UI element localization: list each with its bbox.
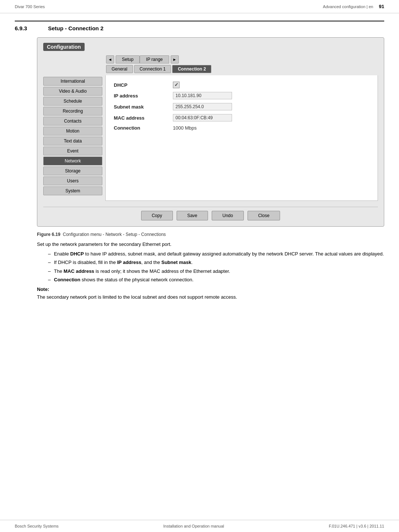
- tab-ip-range[interactable]: IP range: [140, 55, 169, 64]
- dhcp-checkbox[interactable]: [173, 82, 180, 88]
- mac-address-value: 00:04:63:0F:CB:49: [173, 114, 232, 121]
- sidebar-item-recording[interactable]: Recording: [43, 107, 102, 116]
- form-table: DHCP IP address 10.10.181.90: [112, 80, 372, 133]
- page-header: Divar 700 Series Advanced configuration …: [0, 0, 399, 13]
- right-panel: DHCP IP address 10.10.181.90: [105, 75, 378, 201]
- form-label-dhcp: DHCP: [112, 80, 171, 90]
- sidebar-item-video-audio[interactable]: Video & Audio: [43, 87, 102, 96]
- section-title: Setup - Connection 2: [48, 25, 103, 31]
- bullet-ip: If DHCP is disabled, fill in the IP addr…: [48, 259, 384, 266]
- header-left: Divar 700 Series: [15, 4, 45, 9]
- bullet-dhcp: Enable DHCP to have IP address, subnet m…: [48, 250, 384, 258]
- bullet-list: Enable DHCP to have IP address, subnet m…: [48, 250, 384, 284]
- header-right: Advanced configuration | en 91: [323, 4, 384, 9]
- config-title: Configuration: [43, 43, 85, 51]
- bullet-mac: The MAC address is read only; it shows t…: [48, 268, 384, 275]
- figure-label: Figure 6.19: [37, 232, 60, 237]
- connection-value: 1000 Mbps: [173, 125, 197, 131]
- footer-left: Bosch Security Systems: [15, 524, 59, 528]
- section-heading: 6.9.3 Setup - Connection 2: [15, 21, 384, 31]
- form-label-ip: IP address: [112, 90, 171, 101]
- footer-center: Installation and Operation manual: [163, 524, 224, 528]
- form-row-ip: IP address 10.10.181.90: [112, 90, 372, 101]
- sidebar: International Video & Audio Schedule Rec…: [43, 77, 102, 201]
- form-label-mac: MAC address: [112, 112, 171, 123]
- tabs-area: ◄ Setup IP range ►: [106, 55, 378, 64]
- sidebar-item-storage[interactable]: Storage: [43, 167, 102, 175]
- figure-text: Configuration menu - Network - Setup - C…: [63, 232, 166, 237]
- bottom-buttons: Copy Save Undo Close: [43, 207, 378, 220]
- form-value-ip: 10.10.181.90: [171, 90, 372, 101]
- undo-button[interactable]: Undo: [212, 211, 244, 220]
- tab-right-arrow[interactable]: ►: [171, 55, 179, 64]
- subnet-mask-value[interactable]: 255.255.254.0: [173, 103, 232, 110]
- sidebar-item-contacts[interactable]: Contacts: [43, 117, 102, 126]
- save-button[interactable]: Save: [177, 211, 208, 220]
- sidebar-item-motion[interactable]: Motion: [43, 127, 102, 135]
- form-value-subnet: 255.255.254.0: [171, 101, 372, 112]
- section-number: 6.9.3: [15, 25, 37, 31]
- ip-address-value[interactable]: 10.10.181.90: [173, 92, 232, 99]
- main-content: 6.9.3 Setup - Connection 2 Configuration…: [0, 13, 399, 318]
- sidebar-item-international[interactable]: International: [43, 77, 102, 86]
- sidebar-item-network[interactable]: Network: [43, 157, 102, 165]
- sidebar-item-schedule[interactable]: Schedule: [43, 97, 102, 106]
- form-row-mac: MAC address 00:04:63:0F:CB:49: [112, 112, 372, 123]
- close-button[interactable]: Close: [248, 211, 280, 220]
- tab-setup[interactable]: Setup: [116, 55, 140, 64]
- main-panel: International Video & Audio Schedule Rec…: [43, 75, 378, 201]
- page-number: 91: [379, 4, 384, 9]
- sidebar-item-system[interactable]: System: [43, 186, 102, 195]
- sidebar-item-text-data[interactable]: Text data: [43, 137, 102, 145]
- tab-connection1[interactable]: Connection 1: [134, 65, 171, 73]
- form-row-connection: Connection 1000 Mbps: [112, 123, 372, 133]
- sub-tabs-row: General Connection 1 Connection 2: [106, 65, 378, 73]
- form-label-subnet: Subnet mask: [112, 101, 171, 112]
- note-label: Note:: [37, 286, 384, 292]
- tab-general[interactable]: General: [106, 65, 133, 73]
- form-value-dhcp[interactable]: [171, 80, 372, 90]
- tab-left-arrow[interactable]: ◄: [106, 55, 114, 64]
- form-row-dhcp: DHCP: [112, 80, 372, 90]
- figure-caption: Figure 6.19 Configuration menu - Network…: [37, 232, 384, 237]
- copy-button[interactable]: Copy: [141, 211, 173, 220]
- configuration-box: Configuration ◄ Setup IP range ► General…: [37, 37, 384, 227]
- form-label-connection: Connection: [112, 123, 171, 133]
- tab-connection2[interactable]: Connection 2: [172, 65, 211, 73]
- page-footer: Bosch Security Systems Installation and …: [0, 520, 399, 532]
- tabs-nav: ◄ Setup IP range ►: [106, 55, 378, 64]
- form-value-mac: 00:04:63:0F:CB:49: [171, 112, 372, 123]
- note-text: The secondary network port is limited to…: [37, 294, 384, 301]
- footer-right: F.01U.246.471 | v3.6 | 2011.11: [329, 524, 384, 528]
- form-row-subnet: Subnet mask 255.255.254.0: [112, 101, 372, 112]
- form-value-connection: 1000 Mbps: [171, 123, 372, 133]
- sidebar-item-event[interactable]: Event: [43, 147, 102, 155]
- sidebar-item-users[interactable]: Users: [43, 176, 102, 185]
- body-intro: Set up the network parameters for the se…: [37, 241, 384, 248]
- bullet-connection: Connection shows the status of the physi…: [48, 276, 384, 284]
